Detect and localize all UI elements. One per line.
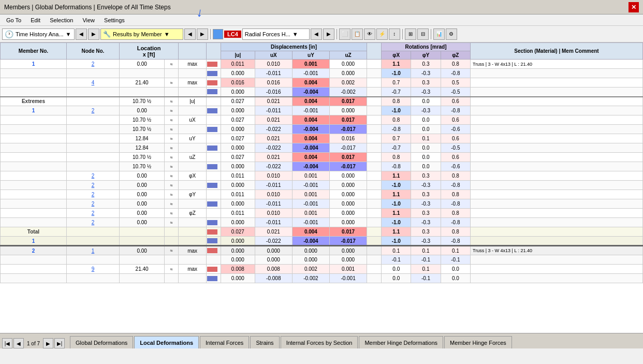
cell-label [179,106,207,115]
cell-node-no[interactable]: 2 [66,181,119,190]
tab-global-deformations[interactable]: Global Deformations [70,336,133,348]
prev-analysis-btn[interactable]: ◀ [76,28,87,40]
separator4 [431,29,431,39]
page-prev-btn[interactable]: ◀ [13,338,24,348]
cell-py: 0.3 [411,60,441,69]
data-table-container[interactable]: Member No. Node No. Location x [ft] Disp… [0,42,643,348]
menu-goto[interactable]: Go To [2,16,25,24]
cell-node-no[interactable]: 1 [66,246,119,255]
results-by-member-dropdown[interactable]: 🔧 Results by Member ▼ [100,28,183,40]
cell-node-no[interactable]: 2 [66,190,119,199]
cell-ux: 0.016 [255,78,292,88]
menu-selection[interactable]: Selection [46,16,77,24]
table-row: 0.000-0.008-0.002-0.0010.0-0.10.0 [1,274,643,283]
cell-label: max [179,78,207,88]
grid-btn[interactable]: ⊞ [405,28,416,40]
cell-section [471,171,643,181]
cell-location [120,227,165,237]
cell-bar2 [367,255,382,265]
cell-uz: 0.000 [330,69,367,78]
cell-node-no[interactable]: 2 [66,171,119,181]
tab-local-deformations[interactable]: Local Deformations [134,336,199,348]
next-results-btn[interactable]: ▶ [197,28,208,40]
cell-uy: 0.001 [292,209,329,218]
page-next-btn[interactable]: ▶ [43,338,53,348]
cell-pz: -0.8 [441,181,470,190]
cell-py: 0.0 [411,153,441,162]
cell-px: -1.0 [382,106,411,115]
cell-label: max [179,246,207,255]
cell-uy: 0.002 [292,265,329,274]
toolbar: 🕐 Time History Ana... ▼ ◀ ▶ 🔧 Results by… [0,26,643,42]
tab-strains[interactable]: Strains [250,336,279,348]
time-history-dropdown[interactable]: 🕐 Time History Ana... ▼ [2,28,75,40]
table-row: 12.84≈0.000-0.022-0.004-0.017-0.70.0-0.5 [1,143,643,153]
cell-px: -1.0 [382,69,411,78]
cell-label [179,69,207,78]
page-first-btn[interactable]: |◀ [2,338,12,348]
cell-node-no[interactable]: 2 [66,106,119,115]
tab-internal-forces[interactable]: Internal Forces [200,336,249,348]
cell-node-no[interactable]: 4 [66,78,119,88]
next-analysis-btn[interactable]: ▶ [88,28,99,40]
cell-label [179,199,207,209]
cell-node-no[interactable]: 9 [66,265,119,274]
cell-bar [207,190,221,199]
next-radial-btn[interactable]: ▶ [323,28,334,40]
cell-location-sym: ≈ [165,199,179,209]
cell-node-no [66,255,119,265]
select-btn[interactable]: ⬜ [339,28,350,40]
table-row: Extremes10.70 ½≈|u|0.0270.0210.0040.0170… [1,97,643,106]
cell-label: uY [179,134,207,143]
close-button[interactable]: ✕ [629,2,639,12]
grid2-btn[interactable]: ⊟ [417,28,429,40]
cell-u-abs: 0.000 [221,143,255,153]
cell-bar [207,274,221,283]
page-last-btn[interactable]: ▶| [54,338,65,348]
cell-uy: -0.001 [292,106,329,115]
cell-px: 1.1 [382,171,411,181]
tab-member-hinge-deformations[interactable]: Member Hinge Deformations [359,336,443,348]
tab-internal-forces-section[interactable]: Internal Forces by Section [281,336,358,348]
cell-py: -0.3 [411,106,441,115]
th-px: φX [382,51,411,60]
eye-btn[interactable]: 👁 [364,28,375,40]
cell-label [179,218,207,227]
cell-py: 0.0 [411,115,441,125]
cell-location: 0.00 [120,181,165,190]
cell-node-no[interactable]: 2 [66,199,119,209]
th-section: Section (Material) | Mem Comment [471,43,643,60]
menu-edit[interactable]: Edit [26,16,45,24]
cell-px: -1.0 [382,218,411,227]
cell-member-no [1,69,67,78]
copy-btn[interactable]: 📋 [352,28,363,40]
cell-location: 0.00 [120,218,165,227]
cell-location [120,255,165,265]
color-square-blue[interactable] [213,29,223,39]
cell-uy: 0.004 [292,134,329,143]
prev-radial-btn[interactable]: ◀ [311,28,322,40]
settings-btn[interactable]: ⚙ [446,28,457,40]
cell-label [179,143,207,153]
th-py: φY [411,51,441,60]
cell-node-no[interactable]: 2 [66,209,119,218]
sort-btn[interactable]: ↕ [389,28,400,40]
cell-bar2 [367,153,382,162]
radial-forces-dropdown[interactable]: Radial Forces H... ▼ [242,28,310,40]
cell-node-no[interactable]: 2 [66,218,119,227]
cell-ux: -0.022 [255,162,292,171]
filter-btn[interactable]: ⚡ [376,28,388,40]
excel-btn[interactable]: 📊 [433,28,445,40]
cell-uz: 0.002 [330,78,367,88]
cell-pz: -0.8 [441,199,470,209]
cell-node-no[interactable]: 2 [66,60,119,69]
menu-settings[interactable]: Settings [100,16,129,24]
tab-member-hinge-forces[interactable]: Member Hinge Forces [444,336,512,348]
cell-u-abs: 0.008 [221,265,255,274]
table-row: Total0.0270.0210.0040.0171.10.30.8 [1,227,643,237]
cell-px: -0.8 [382,162,411,171]
cell-location-sym: ≈ [165,78,179,88]
menu-view[interactable]: View [78,16,99,24]
title-bar: Members | Global Deformations | Envelope… [0,0,643,14]
prev-results-btn[interactable]: ◀ [184,28,196,40]
